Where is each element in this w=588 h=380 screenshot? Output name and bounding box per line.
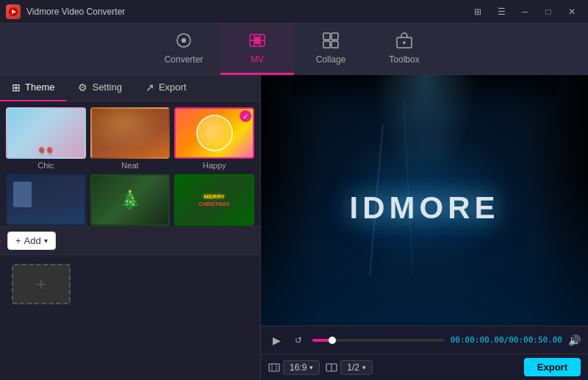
theme-item-christmas-eve[interactable]: 🎄 Christmas Eve [90,174,171,226]
split-button[interactable]: 1/2 ▾ [340,360,373,375]
aspect-ratio-value: 16:9 [290,362,306,373]
split-icon [326,362,337,373]
mv-icon [248,32,266,51]
subtab-export[interactable]: ↗ Export [134,75,198,101]
theme-item-chic[interactable]: 🎈🎈 Chic [6,107,86,170]
split-container: 1/2 ▾ [326,360,373,375]
export-arrow-icon: ↗ [146,82,154,93]
subtab-export-label: Export [159,82,187,93]
theme-thumb-merry-christmas[interactable]: MERRY CHRISTMAS [174,174,254,226]
aspect-ratio-button[interactable]: 16:9 ▾ [283,360,320,375]
tab-converter-label: Converter [165,54,204,65]
theme-selected-indicator: ✓ [240,110,251,122]
menu-button[interactable]: ☰ [491,4,512,19]
tab-collage-label: Collage [316,54,346,65]
subtab-theme-label: Theme [25,82,54,93]
add-dropdown-icon: ▾ [44,237,48,245]
theme-item-happy[interactable]: ✓ Happy [174,107,254,170]
collage-icon [322,32,340,51]
setting-gear-icon: ⚙ [78,82,87,93]
tab-collage[interactable]: Collage [294,24,368,75]
theme-item-neat[interactable]: Neat [90,107,171,170]
preview-watermark-text: IDMORE [350,190,500,226]
theme-item-simple[interactable]: Simple [6,174,86,226]
preview-area: IDMORE [261,75,588,326]
sub-tabs: ⊞ Theme ⚙ Setting ↗ Export [0,75,260,101]
add-plus-icon: + [15,235,21,246]
time-display: 00:00:00.00/00:00:50.00 [451,335,562,345]
svg-point-3 [182,38,186,43]
export-button[interactable]: Export [524,358,581,376]
theme-item-merry-christmas[interactable]: MERRY CHRISTMAS Merry Christmas [174,174,254,226]
rewind-button[interactable]: ↺ [290,332,306,348]
tiles-button[interactable]: ⊞ [467,4,488,19]
clip-area: + [0,254,260,380]
minimize-button[interactable]: ─ [514,4,535,19]
theme-grid-icon: ⊞ [12,82,21,93]
add-button[interactable]: + Add ▾ [7,232,56,250]
content-area: ⊞ Theme ⚙ Setting ↗ Export 🎈🎈 Chic [0,75,588,380]
bottom-controls-bar: 16:9 ▾ 1/2 ▾ Export [261,354,588,380]
add-label: Add [24,235,41,246]
converter-icon [175,32,193,51]
svg-rect-6 [323,33,330,40]
theme-thumb-simple[interactable] [6,174,86,226]
aspect-ratio-dropdown-icon: ▾ [309,364,313,371]
tab-toolbox[interactable]: Toolbox [368,24,441,75]
theme-label-chic: Chic [37,161,54,170]
svg-rect-9 [331,41,338,48]
title-bar: Vidmore Video Converter ⊞ ☰ ─ □ ✕ [0,0,588,24]
tab-mv-label: MV [251,54,264,65]
subtab-setting-label: Setting [92,82,121,93]
controls-bar: ▶ ↺ 00:00:00.00/00:00:50.00 🔊 [261,326,588,354]
theme-grid: 🎈🎈 Chic Neat [0,101,260,226]
title-bar-controls: ⊞ ☰ ─ □ ✕ [467,4,582,19]
export-label: Export [537,362,567,373]
theme-thumb-happy[interactable]: ✓ [174,107,254,159]
tab-converter[interactable]: Converter [147,24,220,75]
progress-bar[interactable] [312,339,445,342]
theme-label-happy: Happy [203,161,226,170]
app-title: Vidmore Video Converter [26,7,125,17]
theme-label-neat: Neat [121,161,138,170]
app-icon [6,4,21,19]
volume-icon[interactable]: 🔊 [568,334,581,346]
tab-mv[interactable]: MV [220,24,294,75]
toolbox-icon [395,32,413,51]
svg-rect-13 [269,364,279,371]
add-clip-placeholder[interactable]: + [12,264,71,304]
nav-tabs: Converter MV Collage [0,24,588,75]
aspect-ratio-container: 16:9 ▾ [268,360,320,375]
bottom-bar: + Add ▾ [0,226,260,254]
split-value: 1/2 [347,362,359,373]
close-button[interactable]: ✕ [562,4,582,19]
title-bar-left: Vidmore Video Converter [6,4,125,19]
right-panel: IDMORE ▶ ↺ 00:00:00.00/00:00:50.00 🔊 [261,75,588,380]
subtab-theme[interactable]: ⊞ Theme [0,75,66,101]
left-panel: ⊞ Theme ⚙ Setting ↗ Export 🎈🎈 Chic [0,75,261,380]
theme-thumb-christmas-eve[interactable]: 🎄 [90,174,171,226]
svg-rect-7 [331,33,338,40]
progress-thumb [329,337,336,344]
split-dropdown-icon: ▾ [362,364,366,371]
play-button[interactable]: ▶ [268,332,284,348]
add-clip-icon: + [36,274,46,295]
aspect-ratio-icon [268,362,280,373]
svg-rect-5 [255,37,259,44]
theme-thumb-chic[interactable]: 🎈🎈 [6,107,86,159]
theme-thumb-neat[interactable] [90,107,171,159]
maximize-button[interactable]: □ [538,4,559,19]
subtab-setting[interactable]: ⚙ Setting [66,75,133,101]
tab-toolbox-label: Toolbox [389,54,419,65]
svg-rect-8 [323,41,330,48]
